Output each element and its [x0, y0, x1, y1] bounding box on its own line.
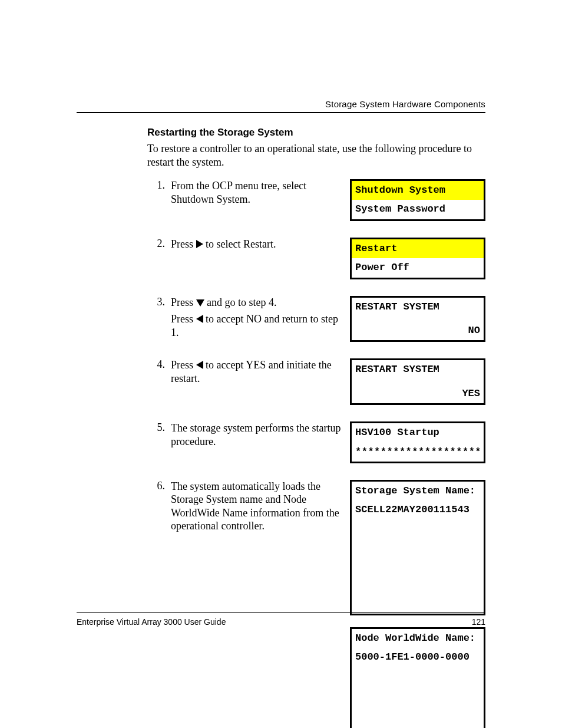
right-arrow-icon: [196, 240, 203, 248]
step-number: 2.: [147, 238, 171, 250]
down-arrow-icon: [196, 299, 204, 307]
left-arrow-icon: [196, 361, 203, 369]
ocp-line-right: NO: [352, 317, 484, 340]
step-text-post: to select Restart.: [203, 238, 276, 250]
header-chapter: Storage System Hardware Components: [325, 99, 485, 109]
step-5: 5. The storage system performs the start…: [147, 421, 485, 463]
step-text-post: and go to step 4.: [204, 297, 277, 308]
section-title: Restarting the Storage System: [147, 127, 485, 139]
footer: Enterprise Virtual Array 3000 User Guide…: [77, 617, 485, 627]
step-3: 3. Press and go to step 4. Press to acce…: [147, 296, 485, 342]
content-area: Restarting the Storage System To restore…: [147, 127, 485, 728]
step-text: The storage system performs the startup …: [171, 422, 340, 447]
step-text: The system automatically loads the Stora…: [171, 480, 339, 532]
step-number: 1.: [147, 179, 171, 192]
step-4: 4. Press to accept YES and initiate the …: [147, 358, 485, 405]
step-1: 1. From the OCP menu tree, select Shutdo…: [147, 179, 485, 221]
ocp-line: RESTART SYSTEM: [352, 298, 484, 317]
ocp-line: Node WorldWide Name:: [352, 629, 484, 648]
ocp-display: HSV100 Startup ********************: [350, 421, 485, 463]
step-number: 4.: [147, 358, 171, 371]
ocp-display: RESTART SYSTEM YES: [350, 358, 485, 405]
step-text-pre: Press: [171, 359, 196, 371]
step-description: Press and go to step 4. Press to accept …: [171, 296, 350, 340]
step-number: 3.: [147, 296, 171, 308]
footer-doc-title: Enterprise Virtual Array 3000 User Guide: [77, 617, 226, 627]
ocp-line: System Password: [352, 200, 484, 219]
ocp-line-highlight: Restart: [352, 239, 484, 258]
steps-list: 1. From the OCP menu tree, select Shutdo…: [147, 179, 485, 728]
ocp-line: ********************: [352, 443, 484, 462]
step-number: 6.: [147, 480, 171, 492]
step-2: 2. Press to select Restart. Restart Powe…: [147, 238, 485, 279]
step-description: Press to select Restart.: [171, 238, 350, 251]
footer-rule: [77, 612, 485, 613]
ocp-line-right: YES: [352, 380, 484, 403]
ocp-display: Restart Power Off: [350, 238, 485, 279]
step-number: 5.: [147, 421, 171, 434]
step-6: 6. The system automatically loads the St…: [147, 480, 485, 728]
section-intro: To restore a controller to an operationa…: [147, 142, 485, 169]
left-arrow-icon: [196, 315, 203, 323]
step-description: Press to accept YES and initiate the res…: [171, 358, 350, 385]
footer-page-number: 121: [472, 617, 485, 627]
step-text-pre: Press: [171, 313, 196, 325]
ocp-line: Power Off: [352, 258, 484, 277]
ocp-line: RESTART SYSTEM: [352, 360, 484, 379]
ocp-line: SCELL22MAY200111543: [352, 500, 484, 519]
ocp-line-highlight: Shutdown System: [352, 181, 484, 200]
step-description: From the OCP menu tree, select Shutdown …: [171, 179, 350, 206]
step-description: The storage system performs the startup …: [171, 421, 350, 448]
header-rule: [77, 112, 485, 113]
ocp-display: Node WorldWide Name: 5000-1FE1-0000-0000: [350, 627, 485, 728]
ocp-display: RESTART SYSTEM NO: [350, 296, 485, 342]
ocp-display: Storage System Name: SCELL22MAY200111543: [350, 480, 485, 615]
step-text-pre: Press: [171, 238, 196, 250]
ocp-line: Storage System Name:: [352, 482, 484, 500]
ocp-display: Shutdown System System Password: [350, 179, 485, 221]
step-text: From the OCP menu tree, select Shutdown …: [171, 180, 306, 205]
step-text-pre: Press: [171, 297, 196, 308]
step-description: The system automatically loads the Stora…: [171, 480, 350, 533]
ocp-line: 5000-1FE1-0000-0000: [352, 648, 484, 667]
ocp-line: HSV100 Startup: [352, 423, 484, 442]
